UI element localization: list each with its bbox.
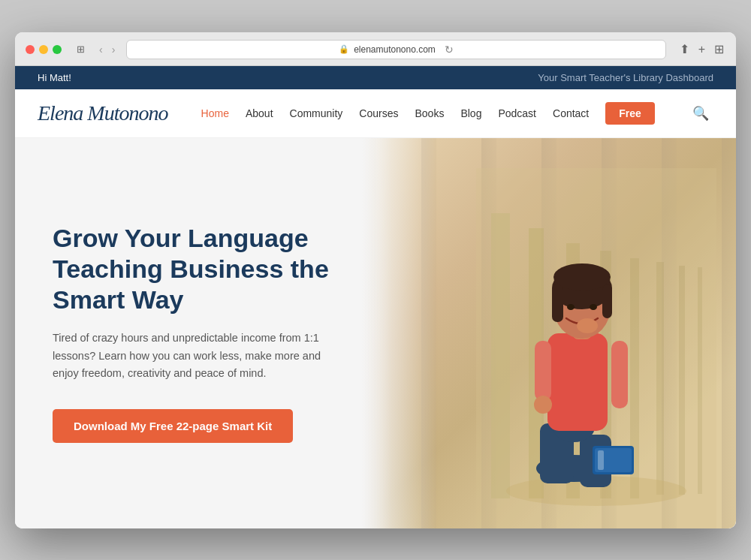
site-wrapper: Hi Matt! Your Smart Teacher's Library Da… bbox=[15, 66, 736, 528]
nav-menu: Home About Community Courses Books Blog … bbox=[201, 102, 655, 125]
main-navigation: Elena Mutonono Home About Community Cour… bbox=[15, 89, 736, 138]
nav-item-contact[interactable]: Contact bbox=[553, 107, 589, 119]
address-bar[interactable]: 🔒 elenamutonono.com ↻ bbox=[126, 40, 665, 59]
greeting-text: Hi Matt! bbox=[38, 72, 71, 83]
refresh-button[interactable]: ↻ bbox=[445, 44, 454, 56]
traffic-light-yellow[interactable] bbox=[39, 45, 48, 54]
hero-cta-button[interactable]: Download My Free 22-page Smart Kit bbox=[53, 409, 293, 443]
window-tile-button[interactable]: ⊞ bbox=[74, 42, 88, 56]
svg-rect-6 bbox=[656, 262, 664, 495]
hero-section: Grow Your Language Teaching Business the… bbox=[15, 138, 736, 528]
hero-photo bbox=[361, 138, 736, 528]
svg-rect-14 bbox=[547, 333, 608, 431]
back-button[interactable]: ‹ bbox=[95, 42, 107, 57]
dashboard-link[interactable]: Your Smart Teacher's Library Dashboard bbox=[538, 72, 713, 83]
tabs-button[interactable]: ⊞ bbox=[713, 41, 725, 58]
hero-right-panel bbox=[361, 138, 736, 528]
svg-rect-1 bbox=[491, 213, 510, 498]
nav-item-community[interactable]: Community bbox=[290, 107, 343, 119]
traffic-light-red[interactable] bbox=[26, 45, 35, 54]
svg-point-25 bbox=[590, 304, 597, 310]
svg-rect-17 bbox=[611, 341, 628, 408]
browser-window: ⊞ ‹ › 🔒 elenamutonono.com ↻ ⬆ + ⊞ Hi Mat… bbox=[15, 32, 736, 528]
svg-rect-7 bbox=[679, 266, 685, 495]
share-button[interactable]: ⬆ bbox=[678, 41, 691, 58]
logo-text: Elena Mutonono bbox=[38, 101, 167, 125]
nav-arrows: ‹ › bbox=[95, 42, 119, 57]
lock-icon: 🔒 bbox=[339, 44, 349, 54]
svg-rect-15 bbox=[535, 341, 551, 401]
nav-item-podcast[interactable]: Podcast bbox=[498, 107, 536, 119]
woman-illustration bbox=[476, 168, 716, 528]
forward-button[interactable]: › bbox=[108, 42, 119, 57]
svg-rect-8 bbox=[698, 267, 702, 494]
site-logo[interactable]: Elena Mutonono bbox=[38, 101, 167, 125]
browser-chrome: ⊞ ‹ › 🔒 elenamutonono.com ↻ ⬆ + ⊞ bbox=[15, 32, 736, 66]
hero-subtext: Tired of crazy hours and unpredictable i… bbox=[53, 330, 323, 382]
search-button[interactable]: 🔍 bbox=[688, 104, 713, 123]
free-button[interactable]: Free bbox=[605, 102, 655, 125]
hero-heading: Grow Your Language Teaching Business the… bbox=[53, 223, 331, 315]
nav-item-home[interactable]: Home bbox=[201, 107, 229, 119]
url-text: elenamutonono.com bbox=[354, 44, 436, 55]
svg-rect-29 bbox=[598, 450, 604, 470]
nav-item-courses[interactable]: Courses bbox=[359, 107, 398, 119]
traffic-lights bbox=[26, 45, 62, 54]
hero-left-panel: Grow Your Language Teaching Business the… bbox=[15, 138, 361, 528]
svg-point-26 bbox=[577, 318, 598, 333]
svg-point-24 bbox=[567, 304, 575, 310]
nav-item-about[interactable]: About bbox=[246, 107, 273, 119]
browser-controls: ⊞ bbox=[74, 42, 88, 56]
new-tab-button[interactable]: + bbox=[697, 41, 707, 58]
nav-item-books[interactable]: Books bbox=[415, 107, 444, 119]
nav-item-blog[interactable]: Blog bbox=[460, 107, 481, 119]
svg-point-23 bbox=[553, 263, 611, 291]
svg-rect-22 bbox=[602, 285, 612, 318]
top-bar: Hi Matt! Your Smart Teacher's Library Da… bbox=[15, 66, 736, 89]
traffic-light-green[interactable] bbox=[53, 45, 62, 54]
svg-point-16 bbox=[534, 396, 552, 414]
browser-actions: ⬆ + ⊞ bbox=[678, 41, 725, 58]
svg-rect-21 bbox=[552, 285, 563, 322]
